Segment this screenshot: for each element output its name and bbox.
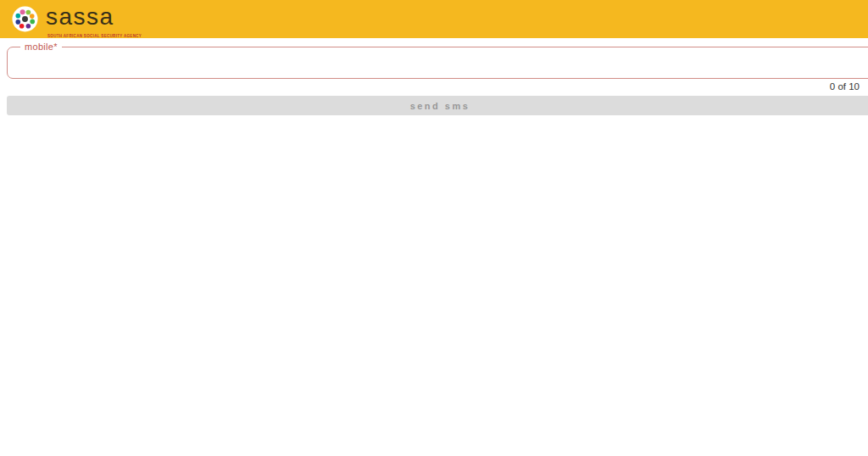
mobile-field: mobile*: [7, 42, 868, 79]
mobile-input[interactable]: [18, 52, 847, 72]
mobile-field-label: mobile*: [20, 42, 62, 52]
brand-subtitle: SOUTH AFRICAN SOCIAL SECURITY AGENCY: [47, 34, 142, 38]
sms-form: mobile* 0 of 10 send sms: [0, 42, 868, 115]
brand-block: sassa SOUTH AFRICAN SOCIAL SECURITY AGEN…: [46, 7, 216, 34]
brand-subtitle-wrap: SOUTH AFRICAN SOCIAL SECURITY AGENCY: [47, 28, 216, 34]
send-sms-button[interactable]: send sms: [7, 96, 868, 115]
char-counter: 0 of 10: [0, 81, 868, 92]
brand-title: sassa: [46, 7, 216, 27]
header: sassa SOUTH AFRICAN SOCIAL SECURITY AGEN…: [0, 0, 868, 38]
sassa-logo-icon: [12, 6, 38, 32]
